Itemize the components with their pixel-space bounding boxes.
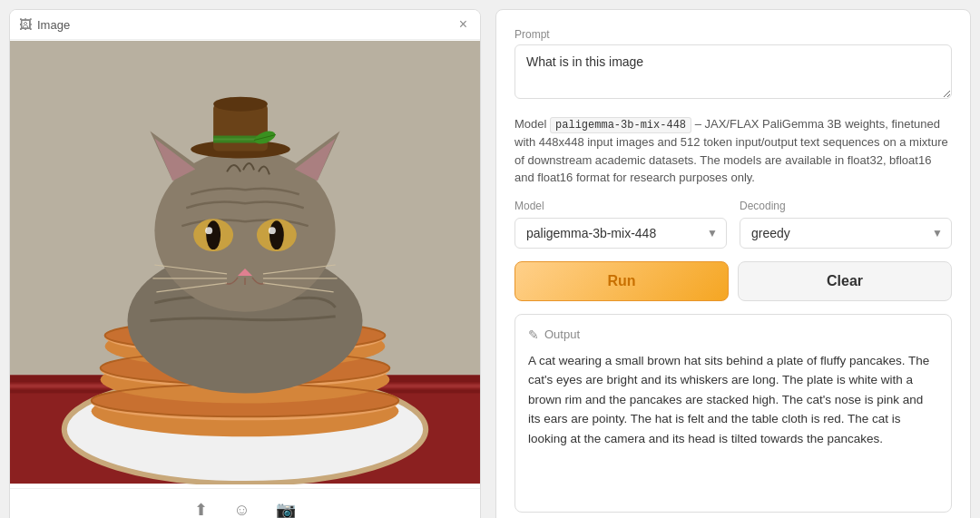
clear-button[interactable]: Clear <box>738 261 952 301</box>
image-panel: 🖼 Image × <box>9 9 481 518</box>
output-label: Output <box>544 327 580 341</box>
decoding-control-group: Decoding greedy ▼ <box>740 200 952 249</box>
model-select[interactable]: paligemma-3b-mix-448 <box>514 218 727 249</box>
svg-point-29 <box>205 227 212 234</box>
image-panel-header: 🖼 Image × <box>10 10 480 40</box>
cat-image <box>10 40 480 484</box>
decoding-select-wrapper: greedy ▼ <box>740 218 952 249</box>
action-buttons: Run Clear <box>514 261 952 301</box>
svg-point-28 <box>270 220 284 249</box>
svg-point-41 <box>213 97 268 112</box>
image-panel-title: 🖼 Image <box>19 17 70 32</box>
image-toolbar: ⬆ ☺ 📷 <box>10 488 480 518</box>
model-label: Model <box>514 200 727 212</box>
output-text: A cat wearing a small brown hat sits beh… <box>528 351 938 449</box>
output-icon: ✎ <box>528 327 539 342</box>
upload-icon[interactable]: ⬆ <box>191 496 211 518</box>
svg-point-27 <box>206 220 220 249</box>
run-button[interactable]: Run <box>514 261 729 301</box>
model-code: paligemma-3b-mix-448 <box>550 117 691 133</box>
close-button[interactable]: × <box>456 15 471 34</box>
model-select-wrapper: paligemma-3b-mix-448 ▼ <box>514 218 727 249</box>
app-container: 🖼 Image × <box>9 9 971 518</box>
decoding-label: Decoding <box>740 200 952 212</box>
model-control-group: Model paligemma-3b-mix-448 ▼ <box>514 200 727 249</box>
emoji-icon[interactable]: ☺ <box>230 497 253 519</box>
output-header: ✎ Output <box>528 327 938 342</box>
prompt-section: Prompt What is in this image <box>514 28 952 103</box>
controls-row: Model paligemma-3b-mix-448 ▼ Decoding gr… <box>514 200 952 249</box>
image-content <box>10 40 480 488</box>
camera-icon[interactable]: 📷 <box>272 496 299 518</box>
right-panel: Prompt What is in this image Model palig… <box>495 9 971 518</box>
prompt-label: Prompt <box>514 28 952 41</box>
svg-point-30 <box>269 227 276 234</box>
image-icon: 🖼 <box>19 17 32 32</box>
prompt-input[interactable]: What is in this image <box>514 44 952 99</box>
decoding-select[interactable]: greedy <box>740 218 952 249</box>
image-panel-label: Image <box>37 18 70 32</box>
output-section: ✎ Output A cat wearing a small brown hat… <box>514 314 952 513</box>
model-description: Model paligemma-3b-mix-448 – JAX/FLAX Pa… <box>514 115 952 187</box>
